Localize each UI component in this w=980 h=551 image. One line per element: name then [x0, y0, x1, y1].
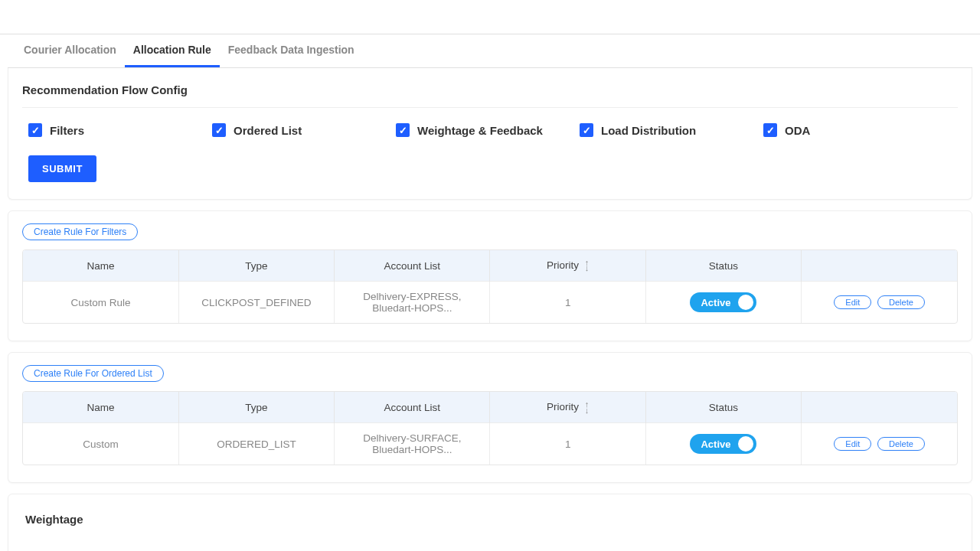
toggle-knob	[738, 295, 753, 310]
ordered-list-rules-card: Create Rule For Ordered List Name Type A…	[8, 352, 972, 483]
status-label: Active	[701, 297, 730, 308]
cell-name: Custom	[23, 423, 178, 465]
header-name: Name	[23, 250, 178, 282]
header-actions	[802, 392, 957, 423]
tab-feedback-data-ingestion[interactable]: Feedback Data Ingestion	[220, 34, 363, 67]
header-type: Type	[178, 392, 334, 423]
cell-priority: 1	[490, 423, 645, 465]
header-status: Status	[645, 250, 801, 282]
toggle-knob	[738, 436, 753, 452]
checkbox-icon: ✓	[763, 123, 777, 137]
delete-button[interactable]: Delete	[877, 437, 925, 451]
config-title: Recommendation Flow Config	[22, 80, 958, 107]
table-row: Custom ORDERED_LIST Delhivery-SURFACE, B…	[23, 423, 957, 465]
status-toggle[interactable]: Active	[690, 434, 756, 454]
create-rule-ordered-button[interactable]: Create Rule For Ordered List	[22, 365, 164, 382]
cell-type: ORDERED_LIST	[178, 423, 334, 465]
checkbox-icon: ✓	[28, 123, 42, 137]
check-ordered-list[interactable]: ✓ Ordered List	[212, 123, 396, 137]
tabs-bar: Courier Allocation Allocation Rule Feedb…	[8, 34, 972, 68]
config-checkboxes: ✓ Filters ✓ Ordered List ✓ Weightage & F…	[22, 123, 958, 155]
header-actions	[802, 250, 957, 282]
check-filters[interactable]: ✓ Filters	[28, 123, 212, 137]
table-header-row: Name Type Account List Priority ↑↓ Statu…	[23, 392, 957, 423]
check-load-label: Load Distribution	[601, 124, 696, 137]
check-oda-label: ODA	[785, 124, 810, 137]
weightage-title: Weightage	[22, 507, 958, 532]
checkbox-icon: ✓	[212, 123, 226, 137]
filters-rules-card: Create Rule For Filters Name Type Accoun…	[8, 210, 972, 341]
tab-courier-allocation[interactable]: Courier Allocation	[15, 34, 125, 67]
header-priority[interactable]: Priority ↑↓	[490, 250, 645, 282]
check-filters-label: Filters	[50, 124, 84, 137]
status-label: Active	[701, 439, 730, 450]
check-weightage-feedback[interactable]: ✓ Weightage & Feedback	[396, 123, 580, 137]
check-oda[interactable]: ✓ ODA	[763, 123, 947, 137]
ordered-table: Name Type Account List Priority ↑↓ Statu…	[22, 391, 958, 465]
cell-type: CLICKPOST_DEFINED	[178, 282, 334, 324]
delete-button[interactable]: Delete	[877, 295, 925, 309]
table-row: Custom Rule CLICKPOST_DEFINED Delhivery-…	[23, 282, 957, 324]
header-account: Account List	[335, 392, 490, 423]
cell-actions: Edit Delete	[802, 282, 957, 324]
sort-icon: ↑↓	[585, 260, 590, 272]
header-priority-label: Priority	[547, 401, 579, 412]
weightage-card: Weightage	[8, 494, 972, 551]
status-toggle[interactable]: Active	[690, 292, 756, 312]
cell-status: Active	[645, 282, 801, 324]
header-priority-label: Priority	[547, 259, 579, 271]
cell-actions: Edit Delete	[802, 423, 957, 465]
header-status: Status	[645, 392, 801, 423]
cell-account: Delhivery-EXPRESS, Bluedart-HOPS...	[335, 282, 490, 324]
tab-allocation-rule[interactable]: Allocation Rule	[125, 34, 220, 67]
filters-table: Name Type Account List Priority ↑↓ Statu…	[22, 249, 958, 324]
checkbox-icon: ✓	[580, 123, 593, 137]
checkbox-icon: ✓	[396, 123, 410, 137]
header-type: Type	[178, 250, 334, 282]
cell-name: Custom Rule	[23, 282, 178, 324]
check-ordered-label: Ordered List	[234, 124, 302, 137]
cell-priority: 1	[490, 282, 645, 324]
divider	[22, 107, 958, 108]
top-spacer	[0, 0, 980, 34]
submit-button[interactable]: SUBMIT	[28, 155, 96, 182]
cell-account: Delhivery-SURFACE, Bluedart-HOPS...	[335, 423, 490, 465]
check-weightage-label: Weightage & Feedback	[417, 124, 543, 137]
table-header-row: Name Type Account List Priority ↑↓ Statu…	[23, 250, 957, 282]
create-rule-filters-button[interactable]: Create Rule For Filters	[22, 223, 138, 240]
cell-status: Active	[645, 423, 801, 465]
sort-icon: ↑↓	[585, 402, 590, 413]
header-name: Name	[23, 392, 178, 423]
check-load-distribution[interactable]: ✓ Load Distribution	[580, 123, 763, 137]
header-account: Account List	[335, 250, 490, 282]
edit-button[interactable]: Edit	[834, 437, 871, 451]
recommendation-flow-config-card: Recommendation Flow Config ✓ Filters ✓ O…	[8, 68, 972, 200]
edit-button[interactable]: Edit	[834, 295, 871, 309]
header-priority[interactable]: Priority ↑↓	[490, 392, 645, 423]
